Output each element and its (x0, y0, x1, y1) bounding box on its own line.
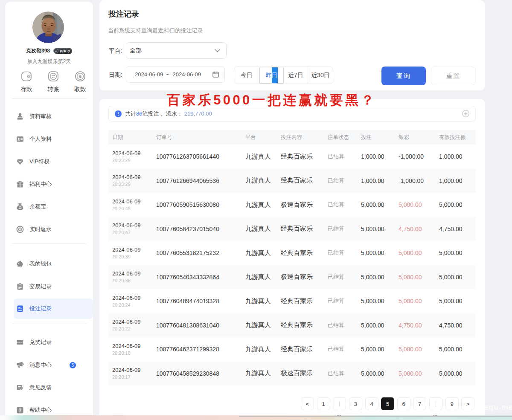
svg-text:?: ? (18, 408, 21, 413)
